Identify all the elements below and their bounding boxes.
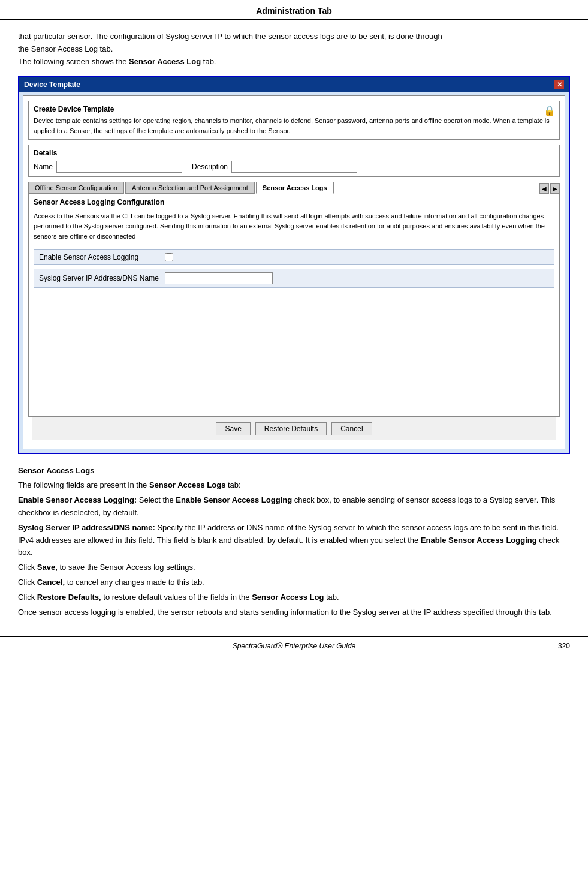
desc-para-0: The following fields are present in the … <box>18 479 570 492</box>
enable-logging-row: Enable Sensor Access Logging <box>34 249 554 265</box>
desc-para-3: Click Save, to save the Sensor Access lo… <box>18 561 570 574</box>
restore-defaults-button[interactable]: Restore Defaults <box>255 422 327 435</box>
dialog-title-bar: Device Template ✕ <box>19 77 569 92</box>
details-section: Details Name Description <box>28 145 560 177</box>
desc-para-6: Once sensor access logging is enabled, t… <box>18 606 570 619</box>
page-number: 320 <box>558 642 570 650</box>
save-button[interactable]: Save <box>216 422 250 435</box>
dialog-body: Create Device Template Device template c… <box>23 95 565 449</box>
enable-logging-label: Enable Sensor Access Logging <box>39 253 159 261</box>
dialog-close-button[interactable]: ✕ <box>554 80 564 89</box>
sensor-access-logs-section-title: Sensor Access Logs <box>18 465 570 477</box>
tab-content-sensor-logs: Sensor Access Logging Configuration Acce… <box>28 193 560 416</box>
tab-offline-sensor[interactable]: Offline Sensor Configuration <box>28 182 124 194</box>
tab-nav-left[interactable]: ◀ <box>539 183 549 194</box>
page-header: Administration Tab <box>0 0 588 20</box>
sensor-logging-description: Access to the Sensors via the CLI can be… <box>34 211 554 242</box>
desc-para-4: Click Cancel, to cancel any changes made… <box>18 576 570 589</box>
details-fields: Name Description <box>34 161 554 173</box>
syslog-server-input[interactable] <box>165 272 273 284</box>
name-field-group: Name <box>34 161 182 173</box>
syslog-server-label: Syslog Server IP Address/DNS Name <box>39 274 159 282</box>
sensor-logging-config-title: Sensor Access Logging Configuration <box>34 198 554 206</box>
create-template-description: Device template contains settings for op… <box>34 116 554 136</box>
description-label: Description <box>192 163 228 171</box>
description-field-group: Description <box>192 161 357 173</box>
device-template-dialog: Device Template ✕ Create Device Template… <box>18 76 570 453</box>
lock-icon: 🔒 <box>544 105 556 116</box>
tab-content-spacer <box>34 291 554 411</box>
create-template-section: Create Device Template Device template c… <box>28 101 560 140</box>
syslog-server-row: Syslog Server IP Address/DNS Name <box>34 269 554 288</box>
body-text: Sensor Access Logs The following fields … <box>0 465 588 619</box>
tab-nav-right[interactable]: ▶ <box>550 183 560 194</box>
desc-para-5: Click Restore Defaults, to restore defau… <box>18 591 570 604</box>
details-heading: Details <box>34 149 554 157</box>
name-label: Name <box>34 163 53 171</box>
tab-antenna-selection[interactable]: Antenna Selection and Port Assignment <box>125 182 255 194</box>
page-footer: SpectraGuard® Enterprise User Guide 320 <box>0 636 588 653</box>
desc-para-1: Enable Sensor Access Logging: Select the… <box>18 494 570 519</box>
create-template-heading: Create Device Template <box>34 105 554 113</box>
dialog-title: Device Template <box>24 80 80 89</box>
tabs-row: Offline Sensor Configuration Antenna Sel… <box>28 182 560 194</box>
description-input[interactable] <box>231 161 357 173</box>
intro-para3: The following screen shows the Sensor Ac… <box>18 56 570 68</box>
intro-para1: that particular sensor. The configuratio… <box>18 31 570 43</box>
dialog-footer: Save Restore Defaults Cancel <box>32 417 556 440</box>
intro-para2: the Sensor Access Log tab. <box>18 43 570 56</box>
desc-para-2: Syslog Server IP address/DNS name: Speci… <box>18 522 570 559</box>
cancel-button[interactable]: Cancel <box>331 422 372 435</box>
enable-logging-checkbox[interactable] <box>165 253 173 261</box>
name-input[interactable] <box>56 161 182 173</box>
tab-sensor-access-logs[interactable]: Sensor Access Logs <box>256 182 334 194</box>
tab-nav-arrows: ◀ ▶ <box>539 183 560 194</box>
footer-product: SpectraGuard® Enterprise User Guide <box>233 642 356 650</box>
